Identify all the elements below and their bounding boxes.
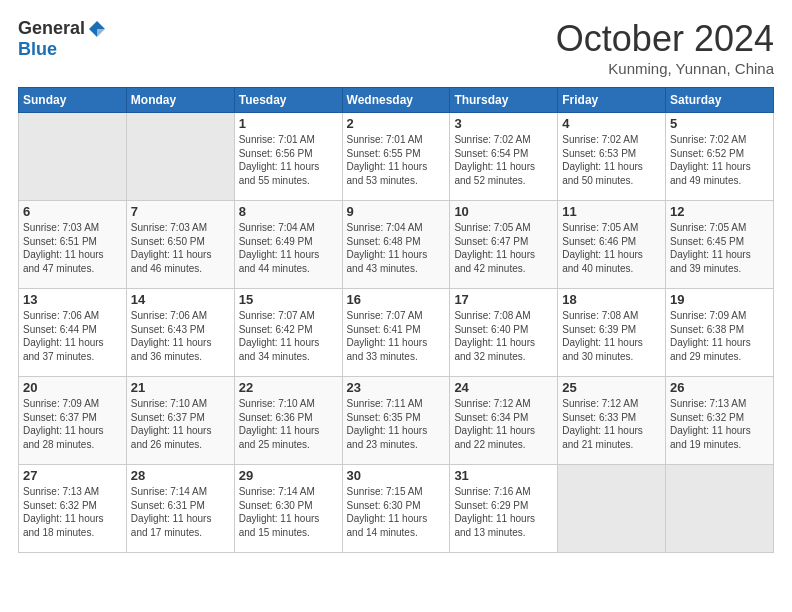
day-info: Sunrise: 7:05 AM Sunset: 6:45 PM Dayligh… bbox=[670, 221, 769, 275]
day-number: 15 bbox=[239, 292, 338, 307]
calendar-cell: 28Sunrise: 7:14 AM Sunset: 6:31 PM Dayli… bbox=[126, 465, 234, 553]
day-info: Sunrise: 7:01 AM Sunset: 6:56 PM Dayligh… bbox=[239, 133, 338, 187]
svg-marker-1 bbox=[97, 29, 105, 37]
day-info: Sunrise: 7:02 AM Sunset: 6:53 PM Dayligh… bbox=[562, 133, 661, 187]
calendar-cell: 31Sunrise: 7:16 AM Sunset: 6:29 PM Dayli… bbox=[450, 465, 558, 553]
day-info: Sunrise: 7:12 AM Sunset: 6:33 PM Dayligh… bbox=[562, 397, 661, 451]
day-info: Sunrise: 7:14 AM Sunset: 6:31 PM Dayligh… bbox=[131, 485, 230, 539]
calendar-cell: 13Sunrise: 7:06 AM Sunset: 6:44 PM Dayli… bbox=[19, 289, 127, 377]
day-info: Sunrise: 7:07 AM Sunset: 6:41 PM Dayligh… bbox=[347, 309, 446, 363]
day-info: Sunrise: 7:12 AM Sunset: 6:34 PM Dayligh… bbox=[454, 397, 553, 451]
day-info: Sunrise: 7:02 AM Sunset: 6:54 PM Dayligh… bbox=[454, 133, 553, 187]
day-info: Sunrise: 7:04 AM Sunset: 6:48 PM Dayligh… bbox=[347, 221, 446, 275]
day-number: 7 bbox=[131, 204, 230, 219]
calendar-cell: 29Sunrise: 7:14 AM Sunset: 6:30 PM Dayli… bbox=[234, 465, 342, 553]
day-info: Sunrise: 7:08 AM Sunset: 6:40 PM Dayligh… bbox=[454, 309, 553, 363]
day-number: 14 bbox=[131, 292, 230, 307]
day-info: Sunrise: 7:09 AM Sunset: 6:37 PM Dayligh… bbox=[23, 397, 122, 451]
day-info: Sunrise: 7:05 AM Sunset: 6:46 PM Dayligh… bbox=[562, 221, 661, 275]
calendar-cell: 24Sunrise: 7:12 AM Sunset: 6:34 PM Dayli… bbox=[450, 377, 558, 465]
weekday-header-saturday: Saturday bbox=[666, 88, 774, 113]
weekday-header-friday: Friday bbox=[558, 88, 666, 113]
calendar-cell: 17Sunrise: 7:08 AM Sunset: 6:40 PM Dayli… bbox=[450, 289, 558, 377]
calendar-cell bbox=[19, 113, 127, 201]
page: General Blue October 2024 Kunming, Yunna… bbox=[0, 0, 792, 612]
month-title: October 2024 bbox=[556, 18, 774, 60]
title-block: October 2024 Kunming, Yunnan, China bbox=[556, 18, 774, 77]
calendar-table: SundayMondayTuesdayWednesdayThursdayFrid… bbox=[18, 87, 774, 553]
day-number: 11 bbox=[562, 204, 661, 219]
day-info: Sunrise: 7:01 AM Sunset: 6:55 PM Dayligh… bbox=[347, 133, 446, 187]
day-info: Sunrise: 7:11 AM Sunset: 6:35 PM Dayligh… bbox=[347, 397, 446, 451]
day-info: Sunrise: 7:05 AM Sunset: 6:47 PM Dayligh… bbox=[454, 221, 553, 275]
day-number: 19 bbox=[670, 292, 769, 307]
day-number: 6 bbox=[23, 204, 122, 219]
calendar-cell: 22Sunrise: 7:10 AM Sunset: 6:36 PM Dayli… bbox=[234, 377, 342, 465]
calendar-cell: 15Sunrise: 7:07 AM Sunset: 6:42 PM Dayli… bbox=[234, 289, 342, 377]
calendar-cell: 23Sunrise: 7:11 AM Sunset: 6:35 PM Dayli… bbox=[342, 377, 450, 465]
day-info: Sunrise: 7:15 AM Sunset: 6:30 PM Dayligh… bbox=[347, 485, 446, 539]
logo-blue-text: Blue bbox=[18, 39, 57, 60]
calendar-cell: 14Sunrise: 7:06 AM Sunset: 6:43 PM Dayli… bbox=[126, 289, 234, 377]
day-number: 20 bbox=[23, 380, 122, 395]
day-number: 30 bbox=[347, 468, 446, 483]
weekday-header-monday: Monday bbox=[126, 88, 234, 113]
day-info: Sunrise: 7:06 AM Sunset: 6:44 PM Dayligh… bbox=[23, 309, 122, 363]
calendar-cell: 9Sunrise: 7:04 AM Sunset: 6:48 PM Daylig… bbox=[342, 201, 450, 289]
day-info: Sunrise: 7:16 AM Sunset: 6:29 PM Dayligh… bbox=[454, 485, 553, 539]
calendar-cell: 19Sunrise: 7:09 AM Sunset: 6:38 PM Dayli… bbox=[666, 289, 774, 377]
day-info: Sunrise: 7:13 AM Sunset: 6:32 PM Dayligh… bbox=[23, 485, 122, 539]
calendar-cell: 20Sunrise: 7:09 AM Sunset: 6:37 PM Dayli… bbox=[19, 377, 127, 465]
calendar-cell: 27Sunrise: 7:13 AM Sunset: 6:32 PM Dayli… bbox=[19, 465, 127, 553]
calendar-cell: 5Sunrise: 7:02 AM Sunset: 6:52 PM Daylig… bbox=[666, 113, 774, 201]
calendar-cell: 4Sunrise: 7:02 AM Sunset: 6:53 PM Daylig… bbox=[558, 113, 666, 201]
day-number: 22 bbox=[239, 380, 338, 395]
calendar-cell bbox=[126, 113, 234, 201]
calendar-cell: 8Sunrise: 7:04 AM Sunset: 6:49 PM Daylig… bbox=[234, 201, 342, 289]
day-number: 9 bbox=[347, 204, 446, 219]
calendar-cell bbox=[558, 465, 666, 553]
calendar-cell: 11Sunrise: 7:05 AM Sunset: 6:46 PM Dayli… bbox=[558, 201, 666, 289]
calendar-cell: 26Sunrise: 7:13 AM Sunset: 6:32 PM Dayli… bbox=[666, 377, 774, 465]
day-number: 5 bbox=[670, 116, 769, 131]
calendar-cell: 21Sunrise: 7:10 AM Sunset: 6:37 PM Dayli… bbox=[126, 377, 234, 465]
day-number: 29 bbox=[239, 468, 338, 483]
calendar-cell: 1Sunrise: 7:01 AM Sunset: 6:56 PM Daylig… bbox=[234, 113, 342, 201]
calendar-cell: 25Sunrise: 7:12 AM Sunset: 6:33 PM Dayli… bbox=[558, 377, 666, 465]
weekday-header-sunday: Sunday bbox=[19, 88, 127, 113]
logo-general-text: General bbox=[18, 18, 85, 39]
calendar-cell: 30Sunrise: 7:15 AM Sunset: 6:30 PM Dayli… bbox=[342, 465, 450, 553]
day-info: Sunrise: 7:07 AM Sunset: 6:42 PM Dayligh… bbox=[239, 309, 338, 363]
calendar-cell: 12Sunrise: 7:05 AM Sunset: 6:45 PM Dayli… bbox=[666, 201, 774, 289]
day-number: 23 bbox=[347, 380, 446, 395]
day-number: 12 bbox=[670, 204, 769, 219]
day-number: 3 bbox=[454, 116, 553, 131]
weekday-header-wednesday: Wednesday bbox=[342, 88, 450, 113]
calendar-cell: 7Sunrise: 7:03 AM Sunset: 6:50 PM Daylig… bbox=[126, 201, 234, 289]
day-number: 10 bbox=[454, 204, 553, 219]
calendar-cell: 16Sunrise: 7:07 AM Sunset: 6:41 PM Dayli… bbox=[342, 289, 450, 377]
day-number: 28 bbox=[131, 468, 230, 483]
day-number: 8 bbox=[239, 204, 338, 219]
weekday-header-thursday: Thursday bbox=[450, 88, 558, 113]
day-info: Sunrise: 7:08 AM Sunset: 6:39 PM Dayligh… bbox=[562, 309, 661, 363]
day-info: Sunrise: 7:09 AM Sunset: 6:38 PM Dayligh… bbox=[670, 309, 769, 363]
day-info: Sunrise: 7:06 AM Sunset: 6:43 PM Dayligh… bbox=[131, 309, 230, 363]
day-number: 24 bbox=[454, 380, 553, 395]
day-info: Sunrise: 7:14 AM Sunset: 6:30 PM Dayligh… bbox=[239, 485, 338, 539]
day-info: Sunrise: 7:10 AM Sunset: 6:36 PM Dayligh… bbox=[239, 397, 338, 451]
day-number: 18 bbox=[562, 292, 661, 307]
day-number: 16 bbox=[347, 292, 446, 307]
calendar-cell: 6Sunrise: 7:03 AM Sunset: 6:51 PM Daylig… bbox=[19, 201, 127, 289]
day-info: Sunrise: 7:13 AM Sunset: 6:32 PM Dayligh… bbox=[670, 397, 769, 451]
day-info: Sunrise: 7:03 AM Sunset: 6:51 PM Dayligh… bbox=[23, 221, 122, 275]
calendar-cell: 3Sunrise: 7:02 AM Sunset: 6:54 PM Daylig… bbox=[450, 113, 558, 201]
day-number: 27 bbox=[23, 468, 122, 483]
day-number: 17 bbox=[454, 292, 553, 307]
logo-icon bbox=[87, 19, 107, 39]
weekday-header-tuesday: Tuesday bbox=[234, 88, 342, 113]
day-number: 26 bbox=[670, 380, 769, 395]
day-number: 13 bbox=[23, 292, 122, 307]
day-info: Sunrise: 7:02 AM Sunset: 6:52 PM Dayligh… bbox=[670, 133, 769, 187]
calendar-cell: 10Sunrise: 7:05 AM Sunset: 6:47 PM Dayli… bbox=[450, 201, 558, 289]
